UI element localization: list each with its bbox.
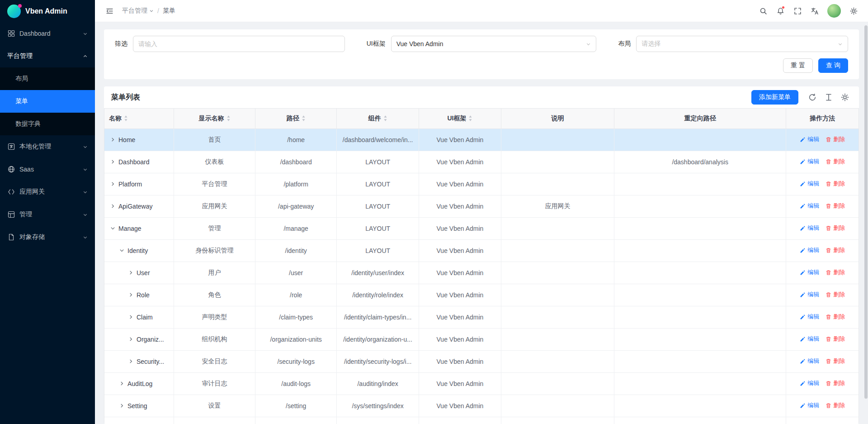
page-scrollbar[interactable] bbox=[864, 23, 868, 424]
sidebar-item-manage[interactable]: 管理 bbox=[0, 203, 95, 226]
notification-bell-icon[interactable] bbox=[772, 3, 788, 19]
delete-button[interactable]: 删除 bbox=[826, 202, 845, 210]
sort-carets-icon[interactable] bbox=[226, 115, 231, 122]
dashboard-icon bbox=[7, 30, 15, 38]
edit-button[interactable]: 编辑 bbox=[800, 357, 819, 365]
edit-button[interactable]: 编辑 bbox=[800, 335, 819, 343]
layout-select[interactable]: 请选择 bbox=[636, 36, 848, 52]
cell-name: Home bbox=[104, 129, 174, 151]
cell-description bbox=[501, 306, 614, 328]
sort-carets-icon[interactable] bbox=[302, 115, 306, 122]
query-button[interactable]: 查 询 bbox=[818, 58, 848, 73]
delete-button[interactable]: 删除 bbox=[826, 291, 845, 299]
row-expander-right-icon[interactable] bbox=[128, 314, 133, 319]
delete-button[interactable]: 删除 bbox=[826, 401, 845, 410]
delete-button[interactable]: 删除 bbox=[826, 224, 845, 232]
pencil-icon bbox=[800, 358, 806, 364]
row-height-icon[interactable] bbox=[822, 91, 835, 104]
fullscreen-icon[interactable] bbox=[789, 3, 806, 19]
refresh-icon[interactable] bbox=[806, 91, 819, 104]
row-name-text: Claim bbox=[137, 314, 153, 321]
row-expander-right-icon[interactable] bbox=[119, 403, 124, 408]
delete-button[interactable]: 删除 bbox=[826, 157, 845, 166]
delete-button[interactable]: 删除 bbox=[826, 313, 845, 321]
sort-carets-icon[interactable] bbox=[468, 115, 472, 122]
edit-button[interactable]: 编辑 bbox=[800, 401, 819, 410]
edit-button[interactable]: 编辑 bbox=[800, 157, 819, 166]
edit-button[interactable]: 编辑 bbox=[800, 379, 819, 387]
trash-icon bbox=[826, 270, 831, 276]
translate-icon[interactable] bbox=[807, 3, 823, 19]
row-expander-down-icon[interactable] bbox=[119, 248, 124, 253]
edit-button[interactable]: 编辑 bbox=[800, 313, 819, 321]
edit-button[interactable]: 编辑 bbox=[800, 268, 819, 276]
scrollbar-thumb[interactable] bbox=[864, 25, 868, 399]
cell-actions: 编辑删除 bbox=[786, 306, 859, 328]
logo[interactable]: Vben Admin bbox=[0, 0, 95, 22]
sidebar-item-dashboard[interactable]: Dashboard bbox=[0, 22, 95, 45]
row-expander-right-icon[interactable] bbox=[128, 292, 133, 297]
reset-button[interactable]: 重 置 bbox=[783, 58, 813, 73]
cell-description bbox=[501, 284, 614, 306]
sidebar-item-object-storage[interactable]: 对象存储 bbox=[0, 226, 95, 248]
sidebar-subitem-data-dictionary[interactable]: 数据字典 bbox=[0, 113, 95, 135]
user-avatar[interactable] bbox=[827, 4, 841, 18]
edit-button[interactable]: 编辑 bbox=[800, 246, 819, 254]
settings-gear-icon[interactable] bbox=[845, 3, 862, 19]
sidebar-item-platform-management[interactable]: 平台管理 bbox=[0, 45, 95, 67]
sort-carets-icon[interactable] bbox=[383, 115, 387, 122]
column-header-ui-framework[interactable]: UI框架 bbox=[419, 109, 501, 129]
delete-button[interactable]: 删除 bbox=[826, 246, 845, 254]
collapse-sidebar-icon[interactable] bbox=[101, 3, 118, 19]
cell-path: /organization-units bbox=[255, 328, 337, 350]
cell-description bbox=[501, 372, 614, 395]
sort-carets-icon[interactable] bbox=[124, 115, 128, 122]
cell-name: AuditLog bbox=[104, 372, 174, 395]
column-header-component[interactable]: 组件 bbox=[337, 109, 419, 129]
row-expander-right-icon[interactable] bbox=[110, 159, 115, 164]
row-expander-right-icon[interactable] bbox=[110, 204, 115, 209]
breadcrumb-parent[interactable]: 平台管理 bbox=[122, 7, 154, 15]
sidebar-item-localization[interactable]: 本地化管理 bbox=[0, 135, 95, 158]
sidebar-subitem-layout[interactable]: 布局 bbox=[0, 67, 95, 90]
row-expander-right-icon[interactable] bbox=[128, 270, 133, 275]
delete-button[interactable]: 删除 bbox=[826, 379, 845, 387]
page-content: 筛选 UI框架 Vue Vben Admin 布局 请选择 bbox=[95, 22, 868, 424]
cell-component: LAYOUT bbox=[337, 195, 419, 217]
delete-button[interactable]: 删除 bbox=[826, 135, 845, 143]
cell-ui-framework: Vue Vben Admin bbox=[419, 239, 501, 262]
sidebar-item-saas[interactable]: Saas bbox=[0, 158, 95, 181]
cell-ui-framework: Vue Vben Admin bbox=[419, 151, 501, 173]
breadcrumb-current[interactable]: 菜单 bbox=[163, 7, 175, 15]
sidebar-item-app-gateway[interactable]: 应用网关 bbox=[0, 181, 95, 203]
delete-button[interactable]: 删除 bbox=[826, 268, 845, 276]
row-expander-right-icon[interactable] bbox=[128, 359, 133, 364]
edit-button[interactable]: 编辑 bbox=[800, 180, 819, 188]
filter-input[interactable] bbox=[133, 36, 345, 52]
column-settings-gear-icon[interactable] bbox=[838, 91, 852, 104]
add-menu-button[interactable]: 添加新菜单 bbox=[751, 90, 798, 105]
edit-button[interactable]: 编辑 bbox=[800, 224, 819, 232]
delete-button[interactable]: 删除 bbox=[826, 335, 845, 343]
row-expander-right-icon[interactable] bbox=[110, 137, 115, 142]
row-expander-down-icon[interactable] bbox=[110, 226, 115, 231]
edit-button[interactable]: 编辑 bbox=[800, 291, 819, 299]
delete-button[interactable]: 删除 bbox=[826, 180, 845, 188]
ui-framework-select[interactable]: Vue Vben Admin bbox=[391, 36, 597, 52]
chevron-up-icon bbox=[83, 54, 88, 59]
search-icon[interactable] bbox=[755, 3, 771, 19]
cell-name: User bbox=[104, 262, 174, 284]
edit-button[interactable]: 编辑 bbox=[800, 135, 819, 143]
delete-button[interactable]: 删除 bbox=[826, 357, 845, 365]
sidebar-subitem-menu[interactable]: 菜单 bbox=[0, 90, 95, 113]
column-header-path[interactable]: 路径 bbox=[255, 109, 337, 129]
column-header-display-name[interactable]: 显示名称 bbox=[174, 109, 255, 129]
column-header-name[interactable]: 名称 bbox=[104, 109, 174, 129]
pencil-icon bbox=[800, 314, 806, 320]
table-row-organiz-: Organiz...组织机构/organization-units/identi… bbox=[104, 328, 859, 350]
row-expander-right-icon[interactable] bbox=[110, 181, 115, 186]
row-expander-right-icon[interactable] bbox=[128, 337, 133, 342]
edit-button[interactable]: 编辑 bbox=[800, 202, 819, 210]
sidebar-submenu: 布局菜单数据字典 bbox=[0, 67, 95, 135]
row-expander-right-icon[interactable] bbox=[119, 381, 124, 386]
